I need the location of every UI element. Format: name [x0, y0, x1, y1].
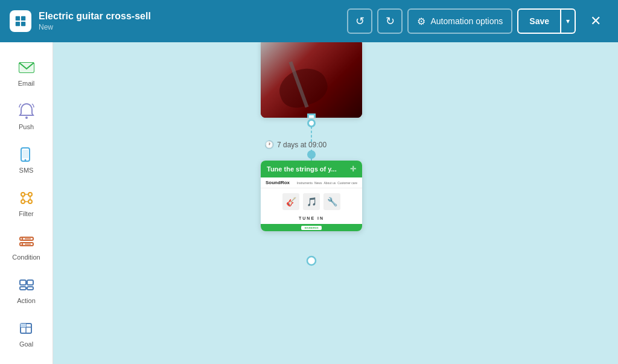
sidebar-item-filter[interactable]: Filter	[5, 182, 48, 223]
email-card-title: Tune the strings of y...	[267, 165, 337, 173]
save-group: Save ▾	[517, 8, 576, 34]
sidebar-item-email[interactable]: Email	[5, 52, 48, 93]
sidebar-item-action[interactable]: Action	[5, 269, 48, 310]
sidebar-item-goal[interactable]: Goal	[5, 313, 48, 354]
chevron-down-icon: ▾	[566, 17, 570, 25]
top-email-card-partial[interactable]	[261, 42, 362, 118]
sidebar-item-filter-label: Filter	[19, 210, 33, 217]
svg-rect-8	[22, 150, 28, 158]
sidebar-item-goal-label: Goal	[19, 340, 33, 348]
svg-rect-1	[21, 16, 25, 21]
header-title-block: Electric guitar cross-sell New	[39, 11, 340, 31]
svg-point-9	[24, 159, 26, 161]
nav-customer: Customer care	[337, 181, 357, 185]
nav-news: News	[314, 181, 322, 185]
goal-icon	[17, 319, 36, 338]
guitar-image	[261, 42, 362, 118]
email-preview-card[interactable]: Tune the strings of y... ✛ SoundRox Inst…	[261, 161, 362, 231]
svg-point-6	[25, 117, 28, 119]
automation-options-button[interactable]: ⚙ Automation options	[407, 8, 512, 34]
page-title: Electric guitar cross-sell	[39, 11, 340, 22]
sidebar-item-email-label: Email	[18, 80, 35, 87]
save-dropdown-button[interactable]: ▾	[561, 8, 576, 34]
connector-dot-mid	[307, 150, 316, 159]
svg-rect-3	[21, 22, 25, 26]
sidebar-item-sms-label: SMS	[19, 167, 34, 174]
soundrox-footer: SOUNDROX	[261, 224, 362, 231]
svg-point-20	[21, 238, 23, 240]
svg-point-32	[307, 257, 316, 265]
gear-icon: ⚙	[417, 16, 425, 27]
product-1: 🎸	[282, 193, 299, 210]
svg-rect-0	[16, 16, 20, 21]
email-card-header: Tune the strings of y... ✛	[261, 161, 362, 177]
push-icon	[17, 101, 36, 121]
page-subtitle: New	[39, 23, 340, 31]
svg-rect-2	[16, 22, 20, 26]
save-button[interactable]: Save	[517, 8, 561, 34]
svg-point-11	[28, 193, 32, 196]
svg-rect-24	[20, 280, 26, 285]
soundrox-nav: Instruments News About us Customer care	[297, 181, 357, 185]
svg-point-21	[21, 243, 23, 245]
delay-text: 7 days at 09:00	[277, 141, 327, 149]
sidebar-item-push-label: Push	[19, 123, 34, 130]
nav-about: About us	[323, 181, 336, 185]
svg-rect-26	[20, 287, 26, 290]
sidebar-item-sms[interactable]: SMS	[5, 139, 48, 180]
nav-instruments: Instruments	[297, 181, 313, 185]
app-header: Electric guitar cross-sell New ↺ ↻ ⚙ Aut…	[0, 0, 618, 42]
email-card-body: SoundRox Instruments News About us Custo…	[261, 177, 362, 231]
email-icon	[17, 58, 36, 77]
product-img-2: 🎵	[303, 193, 320, 210]
clock-icon: 🕐	[264, 140, 274, 149]
svg-rect-27	[27, 287, 33, 290]
product-img-1: 🎸	[282, 193, 299, 210]
filter-icon	[17, 188, 36, 208]
condition-icon	[17, 232, 36, 251]
app-logo	[10, 10, 31, 32]
sidebar-item-push[interactable]: Push	[5, 95, 48, 136]
sidebar-item-action-label: Action	[17, 297, 36, 304]
soundrox-header: SoundRox Instruments News About us Custo…	[261, 177, 362, 188]
connector-dot-top	[307, 119, 316, 127]
close-button[interactable]: ✕	[583, 8, 608, 34]
automation-options-label: Automation options	[430, 16, 503, 26]
product-3: 🔧	[323, 193, 340, 210]
footer-btn-text: SOUNDROX	[301, 226, 321, 230]
time-delay-label: 🕐 7 days at 09:00	[264, 140, 327, 149]
sidebar-item-condition-label: Condition	[12, 254, 40, 261]
redo-button[interactable]: ↻	[377, 8, 403, 34]
soundrox-logo: SoundRox	[266, 180, 290, 185]
automation-canvas: 🕐 7 days at 09:00 Tune the strings of y.…	[53, 42, 618, 364]
tune-in-text: TUNE IN	[261, 215, 362, 222]
svg-point-13	[28, 200, 32, 203]
svg-rect-25	[27, 280, 33, 285]
sms-icon	[17, 145, 36, 164]
products-row: 🎸 🎵 🔧	[261, 188, 362, 215]
header-actions: ↺ ↻ ⚙ Automation options Save ▾ ✕	[347, 8, 608, 34]
main-layout: Email Push SMS	[0, 42, 618, 364]
sidebar-item-condition[interactable]: Condition	[5, 226, 48, 267]
product-img-3: 🔧	[323, 193, 340, 210]
undo-button[interactable]: ↺	[347, 8, 372, 34]
move-icon: ✛	[350, 165, 356, 173]
action-icon	[17, 275, 36, 295]
svg-rect-31	[21, 324, 26, 327]
svg-point-12	[21, 200, 25, 203]
sidebar: Email Push SMS	[0, 42, 53, 364]
product-2: 🎵	[303, 193, 320, 210]
connector-dot-top	[307, 113, 316, 118]
svg-point-10	[21, 193, 25, 196]
